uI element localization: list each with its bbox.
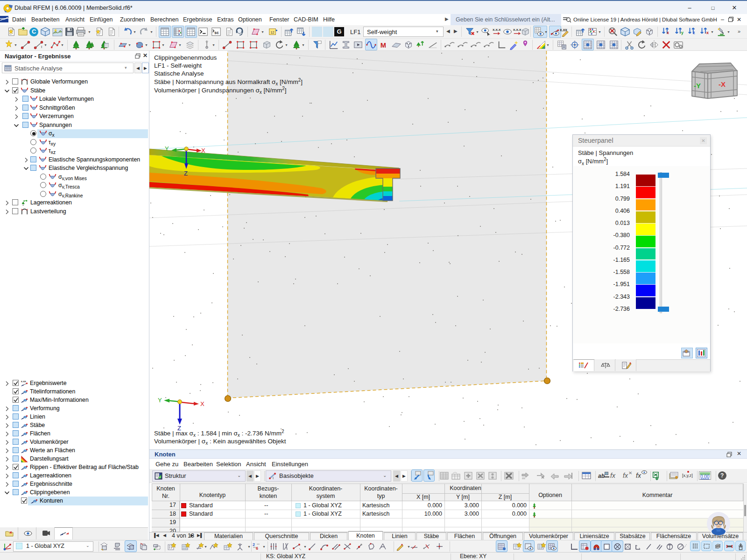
- svg-text:Stäbe | max σx : 1.584 | min σ: Stäbe | max σx : 1.584 | min σx : -2.736…: [154, 429, 284, 438]
- svg-text:2: 2: [253, 542, 255, 547]
- svg-text:Y: Y: [165, 145, 169, 152]
- svg-text:-X: -X: [719, 80, 726, 88]
- svg-text:-Y: -Y: [694, 82, 701, 90]
- svg-text:X: X: [201, 147, 205, 154]
- svg-text:Clippingebenenmodus: Clippingebenenmodus: [154, 54, 217, 61]
- svg-text:Z: Z: [184, 170, 188, 177]
- svg-text:6: 6: [256, 546, 258, 551]
- svg-text:LF1 - Self-weight: LF1 - Self-weight: [154, 62, 202, 69]
- svg-text:X: X: [200, 400, 204, 407]
- svg-text:Stäbe | Normalspannung aus Nor: Stäbe | Normalspannung aus Normalkraft σ…: [154, 77, 303, 86]
- svg-text:Y: Y: [158, 397, 162, 404]
- svg-text:Volumenkörper | Grundspannunge: Volumenkörper | Grundspannungen σx [N/mm…: [154, 86, 287, 95]
- svg-text:Volumenkörper | σx : Kein ausg: Volumenkörper | σx : Kein ausgewähltes O…: [154, 438, 286, 446]
- svg-text:I: I: [273, 476, 274, 480]
- svg-text:Statische Analyse: Statische Analyse: [154, 70, 204, 77]
